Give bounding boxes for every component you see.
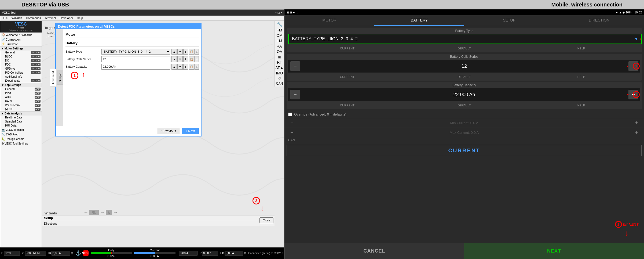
nav-tab-battery[interactable]: BATTERY [374,15,464,26]
sidebar-item-realtime[interactable]: Realtime Data [0,116,42,120]
capacity-minus-btn[interactable]: − [290,90,300,99]
foc-cells-input[interactable] [101,56,170,62]
cells-copy-btn[interactable]: 📋 [189,56,195,62]
stop-btn[interactable]: STOP [83,250,89,256]
cells-info-btn[interactable]: ℹ [195,56,199,62]
tab-advanced[interactable]: Advanced [50,69,56,87]
menu-commands[interactable]: Commands [24,16,42,20]
status-ib-input[interactable] [52,251,70,256]
toolbar-wrench[interactable]: 🔧 [277,22,282,27]
battery-type-help-btn[interactable]: HELP [523,46,640,51]
sidebar-item-general-motor[interactable]: General MOTOR [0,51,42,55]
cells-minus-btn[interactable]: − [290,61,300,71]
toolbar-imu[interactable]: IMU [276,71,283,75]
sidebar-item-uart[interactable]: UART APP [0,99,42,103]
battery-type-copy-btn[interactable]: 📋 [189,49,195,55]
toolbar-rt[interactable]: RT [277,60,282,64]
cells-down-btn[interactable]: ▼ [177,56,183,62]
max-current-plus[interactable]: + [633,130,640,136]
sidebar-item-connection[interactable]: 🔗 Connection [0,37,42,42]
status-d-input[interactable] [4,251,20,256]
sidebar-item-foc[interactable]: FOC MOTOR [0,63,42,67]
minimize-btn[interactable]: − [275,11,277,15]
sidebar-group-app[interactable]: ▼ App Settings [0,83,42,87]
cells-default-btn[interactable]: DEFAULT [406,74,523,80]
sidebar-item-sampled[interactable]: Sampled Data [0,120,42,124]
toolbar-can[interactable]: CAN [276,82,283,85]
max-current-minus[interactable]: − [288,130,296,136]
sidebar-item-bldc[interactable]: BLDC MOTOR [0,55,42,59]
menu-terminal[interactable]: Terminal [43,16,58,20]
nav-tab-motor[interactable]: MOTOR [284,15,374,26]
sidebar-item-settings[interactable]: ⚙ VESC Tool Settings [0,141,42,146]
toolbar-motor[interactable]: +M [277,28,282,32]
battery-type-value-row[interactable]: BATTERY_TYPE_LIION_3_0_4_2 ▼ [288,34,642,44]
sidebar-item-imu[interactable]: IMU Data [0,124,42,128]
next-button-mobile[interactable]: NEXT [464,243,644,259]
close-btn[interactable]: × [281,11,283,15]
status-i-input[interactable] [179,251,197,256]
cells-help-btn[interactable]: HELP [523,74,640,80]
anchor-icon[interactable]: ⚓ [75,250,81,256]
battery-type-info-btn[interactable]: ℹ [195,49,199,55]
foc-battery-type-select[interactable]: BATTERY_TYPE_LIION_3_0__4_2 [101,49,170,55]
cells-upload-btn[interactable]: ⬆ [183,56,188,62]
capacity-up-btn[interactable]: ▲ [171,64,177,70]
status-hb-btn[interactable]: ⊞ [244,252,246,255]
sidebar-item-experiments[interactable]: Experiments MOTOR [0,79,42,83]
menu-help[interactable]: Help [75,16,85,20]
min-current-minus[interactable]: − [288,120,296,126]
sidebar-group-data[interactable]: ▼ Data Analysis [0,111,42,116]
dialog-close-btn[interactable]: Close [259,217,273,223]
nav-tab-direction[interactable]: DIRECTION [554,15,644,26]
capacity-default-btn[interactable]: DEFAULT [406,103,523,108]
sidebar-item-nrf[interactable]: (•) NrF APP [0,107,42,111]
battery-type-down-btn[interactable]: ▼ [177,49,183,55]
capacity-info-btn[interactable]: ℹ [195,64,199,70]
toolbar-om[interactable]: OM [276,33,283,38]
status-hb-input[interactable] [225,251,243,256]
sidebar-item-firmware[interactable]: ⚡ Firmware [0,42,42,46]
next-button[interactable]: ↓ Next [182,128,199,134]
nav-tab-setup[interactable]: SETUP [464,15,554,26]
window-controls[interactable]: − □ × [275,11,283,15]
toolbar-heart[interactable]: ♡ [278,76,281,81]
toolbar-grid[interactable]: ⊞ [278,55,281,59]
status-rpm-input[interactable] [25,251,46,256]
toolbar-oa[interactable]: OA [277,49,282,54]
sidebar-item-additional[interactable]: Additional Info [0,75,42,79]
toolbar-atp[interactable]: AT▲ [275,66,284,70]
toolbar-ta[interactable]: +A [277,44,282,48]
cancel-button[interactable]: CANCEL [284,243,464,259]
battery-type-current-btn[interactable]: CURRENT [289,46,406,51]
menu-wizards[interactable]: Wizards [10,16,24,20]
capacity-upload-btn[interactable]: ⬆ [183,64,188,70]
override-checkbox[interactable] [288,113,292,116]
sidebar-item-welcome[interactable]: 🏠 Welcome & Wizards [0,33,42,37]
capacity-help-btn[interactable]: HELP [523,103,640,108]
battery-type-default-btn[interactable]: DEFAULT [406,46,523,51]
menu-developer[interactable]: Developer [58,16,75,20]
sidebar-item-swd[interactable]: 🔧 SWD Prog [0,132,42,137]
battery-type-up-btn[interactable]: ▲ [171,49,177,55]
sidebar-item-adc[interactable]: ADC APP [0,95,42,99]
capacity-down-btn[interactable]: ▼ [177,64,183,70]
sidebar-item-dc[interactable]: DC MOTOR [0,59,42,63]
cells-current-btn[interactable]: CURRENT [289,74,406,80]
sidebar-item-gpdrive[interactable]: GPDrive MOTOR [0,67,42,71]
previous-button[interactable]: ↑ Previous [157,128,180,134]
sidebar-item-general-app[interactable]: General APP [0,87,42,91]
sidebar-item-pid[interactable]: PID Controllers MOTOR [0,71,42,75]
min-current-plus[interactable]: + [633,120,640,126]
foc-capacity-input[interactable] [101,64,170,70]
status-p-input[interactable] [202,251,218,256]
capacity-copy-btn[interactable]: 📋 [189,64,195,70]
cells-up-btn[interactable]: ▲ [171,56,177,62]
sidebar-item-wii[interactable]: Wii Nunchuk APP [0,103,42,107]
tab-simple[interactable]: Simple [57,71,63,85]
sidebar-group-motor[interactable]: ▼ Motor Settings [0,46,42,51]
toolbar-im[interactable]: +M [277,39,282,43]
battery-type-upload-btn[interactable]: ⬆ [183,49,188,55]
menu-file[interactable]: File [1,16,9,20]
capacity-current-btn[interactable]: CURRENT [289,103,406,108]
